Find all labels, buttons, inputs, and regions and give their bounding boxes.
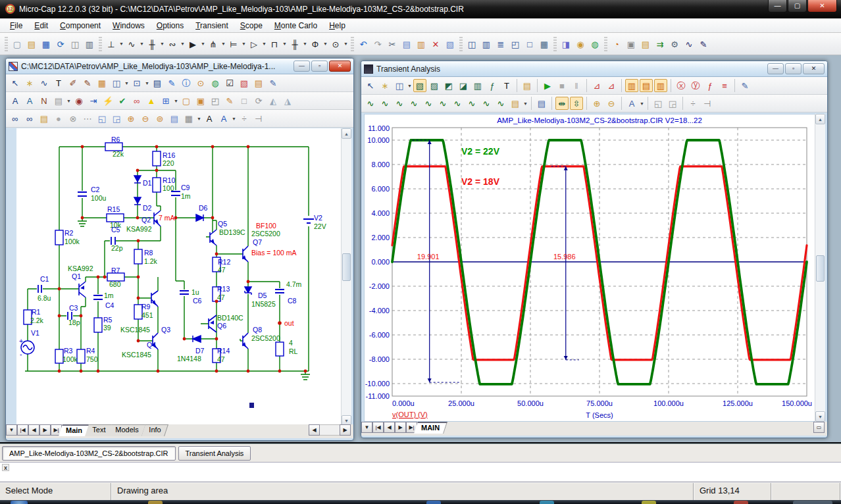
plot-pane[interactable]: 11.00010.0008.0006.0004.0002.0000.000-2.… xyxy=(364,114,817,422)
toolbar-icon[interactable]: ▤ xyxy=(640,79,653,92)
toolbar-icon[interactable]: ⟳ xyxy=(54,38,67,51)
toolbar-icon[interactable]: ▧ xyxy=(413,79,426,92)
component-label[interactable]: 100k xyxy=(64,238,80,245)
tab-prev-icon[interactable]: ◀ xyxy=(28,424,39,436)
component-label[interactable]: D6 xyxy=(199,204,208,212)
toolbar-icon[interactable]: ⇳ xyxy=(570,97,583,110)
component-label[interactable]: 100u xyxy=(91,194,107,202)
toolbar-icon[interactable]: ▤ xyxy=(252,76,265,89)
dropdown-icon[interactable]: ▼ xyxy=(200,41,206,46)
component-label[interactable]: R16 xyxy=(163,151,175,159)
toolbar-icon[interactable]: ∗ xyxy=(23,76,36,89)
dropdown-icon[interactable]: ▼ xyxy=(66,99,72,103)
component-label[interactable]: C9 xyxy=(181,184,190,191)
component-label[interactable]: 47 xyxy=(217,293,225,301)
toolbar-icon[interactable]: ✕ xyxy=(429,38,442,51)
menu-options[interactable]: Options xyxy=(151,20,190,32)
menu-file[interactable]: File xyxy=(4,20,28,32)
toolbar-icon[interactable]: ▥ xyxy=(625,79,638,92)
toolbar-icon[interactable]: ∞ xyxy=(130,94,143,107)
schematic-window-titlebar[interactable]: C:\MC12\DATA\Petrov\AMP_Like_Melodiya-10… xyxy=(6,59,353,74)
toolbar-icon[interactable]: ▥ xyxy=(480,38,493,51)
menu-transient[interactable]: Transient xyxy=(190,20,234,32)
analysis-restore-button[interactable]: ▫ xyxy=(785,63,802,74)
toolbar-icon[interactable]: ƒ xyxy=(486,79,499,92)
toolbar-icon[interactable]: ∿ xyxy=(494,97,507,110)
toolbar-icon[interactable]: T xyxy=(52,76,65,89)
toolbar-icon[interactable]: ◫ xyxy=(110,76,123,89)
menu-windows[interactable]: Windows xyxy=(107,20,151,32)
component-label[interactable]: 4 xyxy=(289,339,293,347)
toolbar-icon[interactable]: ▦ xyxy=(182,112,195,125)
dropdown-icon[interactable]: ▼ xyxy=(144,81,150,86)
dropdown-icon[interactable]: ▼ xyxy=(639,101,645,106)
toolbar-icon[interactable]: ↖ xyxy=(9,76,22,89)
toolbar-icon[interactable]: ▥ xyxy=(83,38,96,51)
component-label[interactable]: + xyxy=(19,337,23,345)
schematic-close-button[interactable]: ✕ xyxy=(329,61,351,72)
component-label[interactable]: 7 mA xyxy=(159,214,175,222)
toolbar-icon[interactable]: ∿ xyxy=(125,38,138,51)
component-label[interactable]: 39 xyxy=(103,324,111,332)
toolbar-icon[interactable]: ▤ xyxy=(168,112,181,125)
toolbar-icon[interactable]: ⊿ xyxy=(605,79,618,92)
scroll-up-icon[interactable]: ▲ xyxy=(342,128,351,139)
component-label[interactable]: C6 xyxy=(193,297,202,305)
component-label[interactable]: BD140C xyxy=(217,314,243,322)
toolbar-icon[interactable]: ⓘ xyxy=(180,76,193,89)
toolbar-icon[interactable]: ▤ xyxy=(521,79,534,92)
component-label[interactable]: 680 xyxy=(109,280,121,288)
toolbar-icon[interactable]: A xyxy=(625,97,638,110)
component-label[interactable]: D5 xyxy=(258,291,267,299)
toolbar-icon[interactable]: ▤ xyxy=(38,112,51,125)
component-label[interactable]: R13 xyxy=(217,285,230,293)
toolbar-icon[interactable]: ∿ xyxy=(393,97,406,110)
component-label[interactable]: 6.8u xyxy=(38,294,51,302)
component-label[interactable]: 100k xyxy=(63,355,78,363)
component-label[interactable]: 22k xyxy=(113,150,124,158)
component-label[interactable]: Q5 xyxy=(218,220,227,228)
component-label[interactable]: D1 xyxy=(143,179,152,187)
component-label[interactable]: 47 xyxy=(217,355,225,363)
toolbar-icon[interactable]: ■ xyxy=(555,79,569,92)
dropdown-icon[interactable]: ▼ xyxy=(159,41,165,46)
toolbar-icon[interactable]: ◱ xyxy=(651,97,665,110)
dropdown-icon[interactable]: ▼ xyxy=(343,41,349,46)
component-label[interactable]: C4 xyxy=(105,301,115,309)
toolbar-icon[interactable]: ● xyxy=(52,112,65,125)
component-label[interactable]: Q6 xyxy=(217,322,226,330)
legend-vout[interactable]: v(OUT) (V) xyxy=(392,411,428,418)
component-label[interactable]: 22V xyxy=(314,222,326,230)
toolbar-icon[interactable]: A xyxy=(23,94,36,107)
toolbar-icon[interactable]: ⊣ xyxy=(701,97,714,110)
toolbar-icon[interactable]: □ xyxy=(238,94,251,107)
dropdown-icon[interactable]: ▼ xyxy=(322,41,328,46)
tab-menu-icon[interactable]: ▼ xyxy=(6,424,17,436)
component-label[interactable]: BD139C xyxy=(219,228,245,236)
waveform-plot[interactable]: 11.00010.0008.0006.0004.0002.0000.000-2.… xyxy=(365,114,816,421)
document-tab[interactable]: AMP_Like-Melodiya-103M2_CS-2&bootstrap.C… xyxy=(2,446,176,461)
toolbar-icon[interactable]: ∿ xyxy=(378,97,392,110)
toolbar-icon[interactable]: ◩ xyxy=(442,79,455,92)
component-label[interactable]: R5 xyxy=(103,316,113,324)
schematic-vscrollbar[interactable]: ▲ ▼ xyxy=(341,128,351,426)
toolbar-icon[interactable]: ✎ xyxy=(697,38,710,51)
component-label[interactable]: 1N5825 xyxy=(251,300,276,308)
toolbar-icon[interactable]: ▤ xyxy=(400,38,413,51)
component-label[interactable]: C1 xyxy=(40,275,49,283)
toolbar-icon[interactable]: ◨ xyxy=(559,38,573,51)
toolbar-icon[interactable]: ▤ xyxy=(509,97,522,110)
component-label[interactable]: R4 xyxy=(86,347,95,355)
component-label[interactable]: R12 xyxy=(218,258,230,266)
component-label[interactable]: 1.2k xyxy=(144,257,158,265)
dropdown-icon[interactable]: ▼ xyxy=(173,99,179,103)
toolbar-icon[interactable]: ▦ xyxy=(95,76,109,89)
component-label[interactable]: RL xyxy=(289,347,298,355)
toolbar-icon[interactable]: ▧ xyxy=(238,76,251,89)
close-output-icon[interactable]: x xyxy=(2,464,9,471)
tab-first-icon[interactable]: |◀ xyxy=(17,424,28,436)
component-label[interactable]: R6 xyxy=(111,136,120,143)
toolbar-icon[interactable]: ▶ xyxy=(186,38,199,51)
dropdown-icon[interactable]: ▼ xyxy=(196,116,202,121)
toolbar-icon[interactable]: ↶ xyxy=(357,38,370,51)
